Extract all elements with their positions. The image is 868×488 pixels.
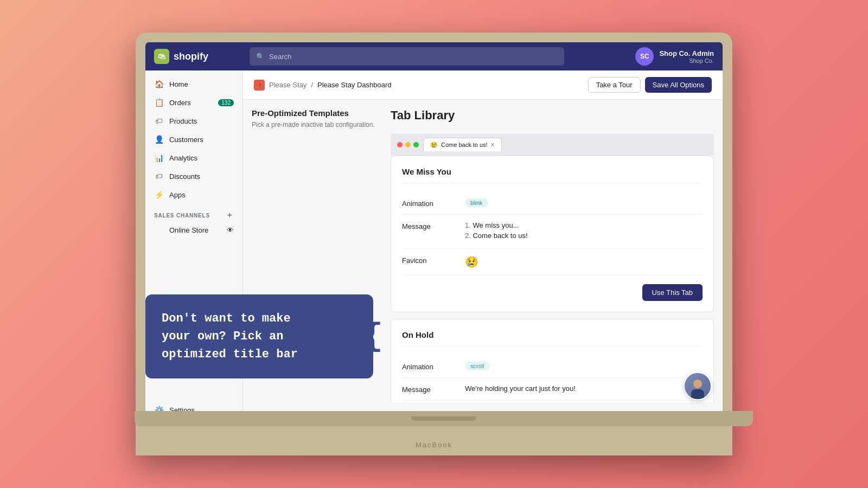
laptop-base [135, 411, 753, 426]
customers-icon: 👤 [154, 134, 164, 144]
sidebar-label-discounts: Discounts [169, 172, 200, 181]
products-icon: 🏷 [154, 116, 164, 126]
page-content: Pre-Optimized Templates Pick a pre-made … [243, 100, 723, 411]
speech-bubble: Don't want to makeyour own? Pick anoptim… [243, 294, 373, 378]
laptop-screen: 🛍 shopify 🔍 Search SC Shop Co. Admin Sho… [145, 42, 723, 411]
app-icon: 📌 [254, 80, 265, 91]
profile-figure [690, 377, 706, 399]
template-card-on-hold: On Hold Animation scroll Message [391, 319, 714, 402]
tab-preview-bar: 😢 Come back to us! × [391, 133, 714, 156]
card-footer: Use This Tab [402, 284, 703, 301]
card-row-favicon: Favicon 😢 [402, 249, 703, 275]
sidebar-item-online-store[interactable]: Online Store 👁 [145, 222, 242, 238]
animation-value-2: scroll [465, 362, 703, 370]
shopify-logo-icon: 🛍 [154, 49, 169, 64]
user-info: Shop Co. Admin Shop Co. [659, 49, 714, 64]
search-icon: 🔍 [256, 53, 265, 61]
card-row-message: Message We miss you... Come back to us! [402, 215, 703, 249]
user-area: SC Shop Co. Admin Shop Co. [635, 47, 714, 66]
apps-icon: ⚡ [154, 190, 164, 200]
laptop-frame: 🛍 shopify 🔍 Search SC Shop Co. Admin Sho… [136, 33, 732, 455]
message-label-2: Message [402, 384, 456, 394]
discounts-icon: 🏷 [154, 171, 164, 181]
panel-title: Pre-Optimized Templates [252, 108, 382, 118]
orders-badge: 132 [218, 99, 234, 106]
add-channel-icon[interactable]: ＋ [226, 210, 234, 220]
dot-red [397, 142, 403, 147]
message-item-1: We miss you... [465, 221, 703, 229]
user-initials: SC [640, 53, 649, 60]
breadcrumb-page: Please Stay Dashboard [317, 81, 392, 89]
message-text-2: We're holding your cart just for you! [465, 384, 576, 393]
message-label: Message [402, 221, 456, 230]
online-store-label: Online Store [169, 226, 208, 234]
animation-value: blink [465, 198, 703, 207]
analytics-icon: 📊 [154, 153, 164, 163]
user-shop: Shop Co. [689, 57, 714, 64]
tab-emoji: 😢 [430, 142, 438, 149]
message-value: We miss you... Come back to us! [465, 221, 703, 242]
message-list: We miss you... Come back to us! [465, 221, 703, 240]
shopify-logo-text: shopify [174, 51, 208, 62]
user-name: Shop Co. Admin [659, 49, 714, 57]
sidebar-item-customers[interactable]: 👤 Customers [145, 130, 242, 149]
sidebar-item-apps[interactable]: ⚡ Apps [145, 185, 242, 204]
laptop-notch [411, 416, 476, 421]
card-row-favicon-2: Favicon 🛒 [402, 401, 703, 402]
home-icon: 🏠 [154, 79, 164, 89]
animation-label-2: Animation [402, 362, 456, 371]
sidebar-item-products[interactable]: 🏷 Products [145, 112, 242, 130]
animation-label: Animation [402, 198, 456, 208]
sidebar-label-apps: Apps [169, 191, 186, 199]
card-title-on-hold: On Hold [402, 330, 703, 346]
save-all-button[interactable]: Save All Options [645, 77, 712, 93]
main-layout: 🏠 Home 📋 Orders 132 🏷 Products 👤 C [145, 70, 723, 411]
sidebar-label-orders: Orders [169, 99, 191, 107]
card-row-animation-2: Animation scroll [402, 355, 703, 378]
card-row-message-2: Message We're holding your cart just for… [402, 378, 703, 401]
sidebar-label-customers: Customers [169, 136, 203, 144]
profile-avatar[interactable] [684, 372, 712, 400]
breadcrumb-app: Please Stay [269, 81, 307, 89]
sidebar-item-orders[interactable]: 📋 Orders 132 [145, 93, 242, 112]
favicon-emoji: 😢 [465, 255, 703, 268]
sales-channels-header: SALES CHANNELS ＋ [145, 204, 242, 222]
shopify-logo: 🛍 shopify [154, 49, 241, 64]
eye-icon: 👁 [227, 226, 234, 234]
breadcrumb: 📌 Please Stay / Please Stay Dashboard [254, 80, 392, 91]
close-icon[interactable]: × [491, 141, 495, 149]
message-item-2: Come back to us! [465, 232, 703, 240]
left-panel: Pre-Optimized Templates Pick a pre-made … [252, 108, 382, 402]
search-placeholder: Search [269, 53, 291, 61]
message-value-2: We're holding your cart just for you! [465, 384, 703, 393]
sidebar-label-settings: Settings [169, 406, 195, 412]
browser-tab[interactable]: 😢 Come back to us! × [423, 138, 502, 151]
sidebar-item-analytics[interactable]: 📊 Analytics [145, 149, 242, 167]
sidebar-item-home[interactable]: 🏠 Home [145, 75, 242, 93]
take-tour-button[interactable]: Take a Tour [588, 77, 641, 93]
breadcrumb-separator: / [311, 81, 313, 89]
shopify-ui: 🛍 shopify 🔍 Search SC Shop Co. Admin Sho… [145, 42, 723, 411]
breadcrumb-actions: Take a Tour Save All Options [588, 77, 712, 93]
content-area: 📌 Please Stay / Please Stay Dashboard Ta… [243, 70, 723, 411]
search-bar[interactable]: 🔍 Search [250, 47, 564, 66]
avatar[interactable]: SC [635, 47, 654, 66]
sidebar-item-settings[interactable]: ⚙️ Settings [145, 401, 242, 411]
right-panel[interactable]: Tab Library 😢 Come back [391, 108, 714, 402]
animation-badge: blink [465, 198, 488, 207]
use-tab-button[interactable]: Use This Tab [642, 284, 703, 301]
profile-head [693, 380, 702, 388]
card-row-animation: Animation blink [402, 192, 703, 215]
card-title-we-miss-you: We Miss You [402, 167, 703, 183]
sidebar-item-discounts[interactable]: 🏷 Discounts [145, 167, 242, 185]
window-dots [397, 142, 419, 147]
dot-green [413, 142, 419, 147]
breadcrumb-bar: 📌 Please Stay / Please Stay Dashboard Ta… [243, 70, 723, 100]
macbook-label: MacBook [416, 441, 452, 449]
template-card-we-miss-you: We Miss You Animation blink Message [391, 156, 714, 312]
sidebar-label-home: Home [169, 80, 188, 88]
settings-icon: ⚙️ [154, 405, 164, 411]
panel-subtitle: Pick a pre-made inactive tab configurati… [252, 121, 382, 129]
sidebar-label-products: Products [169, 117, 197, 125]
tab-library-title: Tab Library [391, 108, 714, 123]
